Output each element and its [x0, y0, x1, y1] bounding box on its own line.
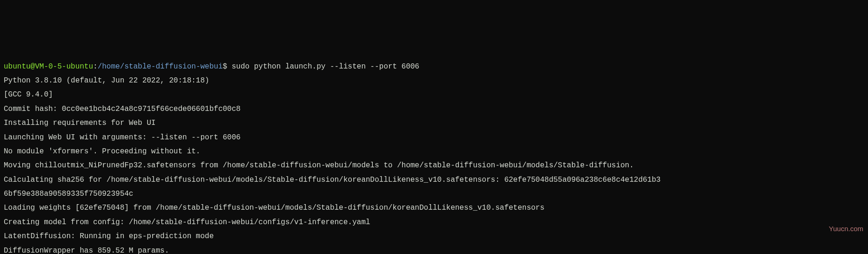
output-launch-args: Launching Web UI with arguments: --liste… — [4, 133, 241, 142]
output-install-req: Installing requirements for Web UI — [4, 119, 155, 127]
output-loading-weights: Loading weights [62efe75048] from /home/… — [4, 204, 545, 212]
output-latent-diffusion: LatentDiffusion: Running in eps-predicti… — [4, 232, 214, 240]
output-python-version: Python 3.8.10 (default, Jun 22 2022, 20:… — [4, 76, 209, 85]
output-sha256-1: Calculating sha256 for /home/stable-diff… — [4, 176, 660, 184]
output-xformers: No module 'xformers'. Proceeding without… — [4, 147, 200, 156]
output-create-model: Creating model from config: /home/stable… — [4, 218, 370, 227]
output-commit-hash: Commit hash: 0cc0ee1bcb4c24a8c9715f66ced… — [4, 105, 241, 113]
output-sha256-2: 6bf59e388a90589335f750923954c — [4, 190, 133, 198]
prompt-separator: : — [93, 62, 98, 71]
prompt-cwd: /home/stable-diffusion-webui — [98, 62, 223, 71]
output-moving-model: Moving chilloutmix_NiPrunedFp32.safetens… — [4, 161, 634, 170]
command-input: sudo python launch.py --listen --port 60… — [227, 62, 419, 71]
watermark-text: Yuucn.com — [829, 222, 863, 236]
prompt-dollar: $ — [222, 62, 227, 71]
output-gcc-version: [GCC 9.4.0] — [4, 90, 53, 99]
terminal-output[interactable]: ubuntu@VM-0-5-ubuntu:/home/stable-diffus… — [4, 60, 864, 254]
prompt-user-host: ubuntu@VM-0-5-ubuntu — [4, 62, 93, 71]
output-diffusion-wrapper: DiffusionWrapper has 859.52 M params. — [4, 247, 169, 254]
